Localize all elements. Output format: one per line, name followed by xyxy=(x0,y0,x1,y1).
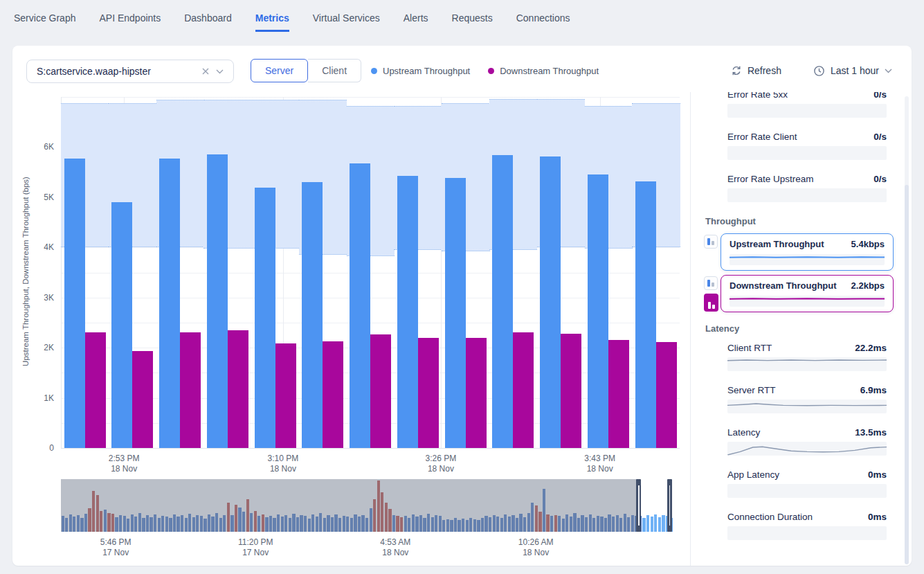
bar-upstream-throughput[interactable] xyxy=(159,159,180,448)
brush-bar xyxy=(642,518,645,532)
throughput-card-wrap: Downstream Throughput2.2kbps xyxy=(721,275,894,312)
nav-requests[interactable]: Requests xyxy=(452,12,493,32)
bar-glyph xyxy=(712,241,714,245)
bar-upstream-throughput[interactable] xyxy=(397,176,418,448)
metric-card-upstream-throughput[interactable]: Upstream Throughput5.4kbps xyxy=(721,233,894,271)
bar-upstream-throughput[interactable] xyxy=(588,174,608,448)
metric-card-downstream-throughput[interactable]: Downstream Throughput2.2kbps xyxy=(721,275,894,312)
metric-label-row: Server RTT6.9ms xyxy=(727,385,887,397)
bar-downstream-throughput[interactable] xyxy=(466,338,487,448)
bar-chart-type-icon[interactable] xyxy=(704,235,718,249)
nav-connections[interactable]: Connections xyxy=(516,12,570,32)
metric-row-error-rate-client[interactable]: Error Rate Client0/s xyxy=(727,132,887,160)
y-tick-label: 4K xyxy=(26,242,54,252)
bar-downstream-throughput[interactable] xyxy=(180,332,201,448)
nav-dashboard[interactable]: Dashboard xyxy=(184,12,232,32)
brush-tick-text: 11:20 PM xyxy=(222,537,289,548)
metric-sparkline-area xyxy=(727,357,887,371)
bar-upstream-throughput[interactable] xyxy=(111,202,132,448)
metric-value: 0/s xyxy=(873,132,887,142)
nav-api-endpoints[interactable]: API Endpoints xyxy=(99,12,161,32)
metric-label-row: Error Rate Client0/s xyxy=(727,132,887,144)
card-sparkline-area xyxy=(730,254,885,265)
brush-unselected-overlay[interactable] xyxy=(61,479,639,532)
metric-row-error-rate-5xx[interactable]: Error Rate 5xx0/s xyxy=(727,92,887,118)
bar-upstream-throughput[interactable] xyxy=(540,156,561,448)
y-tick-label: 1K xyxy=(26,393,54,403)
bar-chart-type-icon-selected[interactable] xyxy=(704,294,718,312)
bar-downstream-throughput[interactable] xyxy=(85,332,106,448)
x-tick-text: 3:26 PM xyxy=(408,454,474,464)
bar-upstream-throughput[interactable] xyxy=(207,154,228,448)
brush-tick-label: 11:20 PM17 Nov xyxy=(222,537,289,558)
metric-label: Error Rate 5xx xyxy=(727,92,788,100)
brush-tick-text: 10:26 AM xyxy=(502,537,569,548)
bar-downstream-throughput[interactable] xyxy=(132,351,153,449)
brush-tick-text: 17 Nov xyxy=(82,548,149,558)
metric-sparkline-area xyxy=(727,442,887,456)
handle-grip xyxy=(669,485,671,526)
bar-upstream-throughput[interactable] xyxy=(350,163,370,448)
sidebar-scroll-viewport[interactable]: Error Rate 5xx0/sError Rate Client0/sErr… xyxy=(691,92,902,564)
metric-sparkline-area xyxy=(727,484,887,498)
metric-label-row: Latency13.5ms xyxy=(727,427,887,440)
bar-downstream-throughput[interactable] xyxy=(418,338,439,448)
metric-row-error-rate-upstream[interactable]: Error Rate Upstream0/s xyxy=(727,174,887,202)
nav-metrics[interactable]: Metrics xyxy=(255,12,289,32)
bar-downstream-throughput[interactable] xyxy=(323,341,343,448)
metric-row-server-rtt[interactable]: Server RTT6.9ms xyxy=(727,385,887,413)
metric-row-latency[interactable]: Latency13.5ms xyxy=(727,427,887,456)
nav-alerts[interactable]: Alerts xyxy=(404,12,428,32)
bar-glyph xyxy=(708,302,711,309)
nav-service-graph[interactable]: Service Graph xyxy=(14,12,75,32)
throughput-card-wrap: Upstream Throughput5.4kbps xyxy=(721,233,894,271)
metric-value: 22.2ms xyxy=(855,343,887,353)
x-tick-text: 2:53 PM xyxy=(91,454,157,464)
bar-upstream-throughput[interactable] xyxy=(302,182,323,448)
bar-upstream-throughput[interactable] xyxy=(64,159,85,448)
metric-label: Client RTT xyxy=(727,343,772,353)
bar-downstream-throughput[interactable] xyxy=(656,342,677,449)
x-tick-label: 3:26 PM18 Nov xyxy=(408,454,474,474)
brush-handle-right[interactable] xyxy=(667,479,672,532)
metrics-panel: S:cartservice.waap-hipster Server Client… xyxy=(12,46,912,566)
brush-bar xyxy=(646,515,649,532)
sparkline xyxy=(727,442,887,456)
bar-upstream-throughput[interactable] xyxy=(255,188,275,448)
bar-chart-type-icon[interactable] xyxy=(704,276,718,290)
bar-upstream-throughput[interactable] xyxy=(492,155,513,448)
bar-upstream-throughput[interactable] xyxy=(635,181,656,448)
brush-handle-left[interactable] xyxy=(636,479,641,532)
metric-label-row: App Latency0ms xyxy=(727,469,887,482)
metric-row-app-latency[interactable]: App Latency0ms xyxy=(727,469,887,498)
bar-downstream-throughput[interactable] xyxy=(370,334,391,448)
sparkline xyxy=(727,400,887,413)
bar-downstream-throughput[interactable] xyxy=(608,340,629,448)
bar-downstream-throughput[interactable] xyxy=(228,330,248,448)
brush-bar xyxy=(651,517,653,532)
metric-row-connection-duration[interactable]: Connection Duration0ms xyxy=(727,512,887,540)
brush-tick-text: 4:53 AM xyxy=(362,537,428,548)
y-tick-label: 0 xyxy=(26,443,54,453)
sparkline xyxy=(730,296,885,307)
bar-downstream-throughput[interactable] xyxy=(513,332,534,448)
section-header-latency: Latency xyxy=(705,323,902,334)
metric-label: Error Rate Upstream xyxy=(727,174,814,184)
metric-value: 13.5ms xyxy=(855,427,887,438)
card-sparkline-area xyxy=(730,296,885,307)
x-tick-label: 3:10 PM18 Nov xyxy=(250,454,316,474)
metric-label: App Latency xyxy=(727,469,779,480)
nav-virtual-services[interactable]: Virtual Services xyxy=(313,12,380,32)
metric-row-client-rtt[interactable]: Client RTT22.2ms xyxy=(727,343,887,371)
card-value: 2.2kbps xyxy=(851,280,885,291)
sparkline xyxy=(730,254,885,265)
brush-tick-text: 18 Nov xyxy=(362,548,428,558)
bar-downstream-throughput[interactable] xyxy=(275,343,296,448)
bar-downstream-throughput[interactable] xyxy=(561,334,581,448)
gridline-h xyxy=(61,448,680,449)
bar-upstream-throughput[interactable] xyxy=(445,178,466,448)
metric-label-row: Error Rate 5xx0/s xyxy=(727,92,887,102)
x-tick-text: 18 Nov xyxy=(567,464,633,474)
scrollbar-thumb[interactable] xyxy=(905,185,909,564)
x-tick-label: 3:43 PM18 Nov xyxy=(567,454,633,474)
